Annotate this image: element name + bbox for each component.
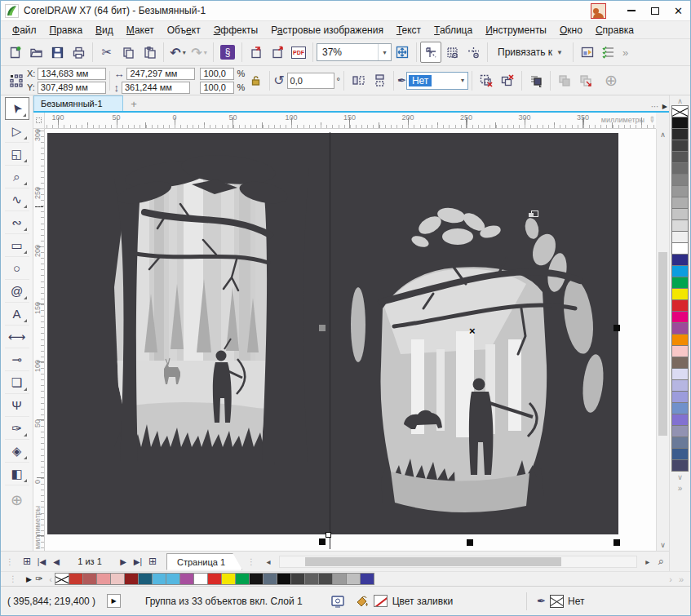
palette-color-swatch[interactable] (671, 334, 689, 346)
tab-scroll-icon[interactable]: ▶ (662, 103, 667, 110)
palette-color-swatch[interactable] (671, 311, 689, 323)
document-color-swatch[interactable] (304, 573, 319, 585)
settings-list-icon[interactable] (598, 42, 619, 63)
document-color-swatch[interactable] (82, 573, 97, 585)
smartfill-tool[interactable]: ◧ (5, 463, 29, 485)
document-tab[interactable]: Безымянный-1 (33, 95, 123, 111)
palette-color-swatch[interactable] (671, 459, 689, 472)
show-grid-icon[interactable] (441, 42, 463, 63)
document-color-swatch[interactable] (346, 573, 361, 585)
document-color-swatch[interactable] (360, 573, 374, 585)
mirror-horizontal-icon[interactable] (348, 70, 369, 91)
last-page-icon[interactable]: ▶| (131, 554, 145, 569)
ellipse-tool[interactable]: ○ (5, 257, 29, 280)
menu-item[interactable]: Справка (589, 23, 640, 38)
palette-color-swatch[interactable] (671, 128, 689, 140)
publish-pdf-icon[interactable]: PDF (288, 42, 309, 63)
connector-tool[interactable]: ⊸ (5, 348, 29, 371)
add-page-before-icon[interactable]: ⊞ (20, 554, 34, 569)
palette-color-swatch[interactable] (671, 277, 689, 289)
palette-color-swatch[interactable] (671, 299, 689, 312)
show-guidelines-icon[interactable] (463, 42, 484, 63)
horizontal-scrollbar[interactable] (279, 556, 637, 568)
document-color-swatch[interactable] (332, 573, 347, 585)
palette-color-swatch[interactable] (671, 322, 689, 335)
menu-item[interactable]: Вид (89, 23, 120, 38)
forest-artwork-left[interactable] (69, 139, 327, 522)
palette-color-swatch[interactable] (671, 174, 689, 186)
selection-handle-mid-left[interactable] (319, 325, 326, 331)
palette-color-swatch[interactable] (671, 357, 689, 369)
close-button[interactable]: ✕ (667, 1, 690, 20)
minimize-button[interactable] (619, 1, 643, 20)
docpal-scroll-right-icon[interactable]: › (669, 574, 672, 584)
document-color-swatch[interactable] (318, 573, 333, 585)
show-rulers-icon[interactable] (420, 42, 441, 63)
next-page-icon[interactable]: ▶ (116, 554, 131, 569)
hscroll-right-icon[interactable]: ▸ (640, 554, 655, 569)
document-color-swatch[interactable] (207, 573, 222, 585)
document-color-swatch[interactable] (249, 573, 264, 585)
menu-item[interactable]: Макет (120, 23, 161, 38)
palette-expand-icon[interactable]: » (678, 484, 683, 493)
first-page-icon[interactable]: |◀ (34, 554, 49, 569)
add-page-after-icon[interactable]: ⊞ (145, 554, 160, 569)
fit-page-icon[interactable] (392, 42, 413, 63)
ungroup-all-icon[interactable] (497, 70, 518, 91)
toolbar-overflow-icon[interactable]: » (622, 47, 628, 59)
palette-scroll-down-icon[interactable]: ∨ (677, 472, 683, 482)
vertical-guideline[interactable] (330, 132, 330, 549)
polygon-tool[interactable]: @ (5, 280, 29, 303)
palette-color-swatch[interactable] (671, 242, 689, 255)
palette-color-swatch[interactable] (671, 254, 689, 266)
document-color-swatch[interactable] (263, 573, 277, 585)
object-width-field[interactable]: 247,297 мм (126, 68, 195, 80)
pick-tool[interactable]: ➤ (5, 97, 29, 120)
selection-handle-mid-right[interactable] (613, 325, 620, 331)
maximize-button[interactable] (643, 1, 667, 20)
selection-handle-bottom-right[interactable] (613, 539, 620, 546)
text-tool[interactable]: А (5, 303, 29, 326)
palette-color-swatch[interactable] (671, 288, 689, 300)
palette-color-swatch[interactable] (671, 162, 689, 175)
selection-center-mark[interactable]: × (469, 327, 476, 335)
menu-item[interactable]: Таблица (427, 23, 479, 38)
eyedropper-tool[interactable]: ✑ (5, 417, 29, 440)
palette-color-swatch[interactable] (671, 151, 689, 163)
menu-item[interactable]: Инструменты (479, 23, 553, 38)
document-color-swatch[interactable] (152, 573, 166, 585)
horizontal-scroll-thumb[interactable] (305, 557, 561, 566)
drawing-canvas[interactable]: × (45, 129, 656, 551)
menu-item[interactable]: Текст (390, 23, 427, 38)
palette-color-swatch[interactable] (671, 140, 689, 152)
palette-color-swatch[interactable] (671, 379, 689, 392)
ungroup-icon[interactable] (476, 70, 497, 91)
new-document-icon[interactable] (4, 42, 25, 63)
vertical-ruler[interactable]: миллиметры 300250200150100500 (33, 129, 45, 551)
scale-y-field[interactable]: 100,0 (200, 82, 234, 94)
redo-icon[interactable]: ↷▾ (188, 42, 210, 63)
ruler-origin-button[interactable] (33, 113, 45, 129)
menu-item[interactable]: Эффекты (207, 23, 265, 38)
palette-color-swatch[interactable] (671, 437, 689, 449)
document-color-swatch[interactable] (124, 573, 139, 585)
navigator-icon[interactable]: ⌕ (658, 555, 664, 568)
object-height-field[interactable]: 361,244 мм (122, 82, 190, 94)
document-color-swatch[interactable] (179, 573, 194, 585)
dimension-tool[interactable]: ⟷ (5, 326, 29, 348)
freehand-tool[interactable]: ∿ (5, 188, 29, 211)
scroll-down-icon[interactable]: ∨ (657, 539, 669, 551)
palette-color-swatch[interactable] (671, 391, 689, 403)
zoom-level-combobox[interactable]: 37% ▾ (317, 43, 392, 61)
customize-plus-icon[interactable]: ⊕ (605, 71, 618, 90)
order-icon[interactable] (525, 70, 547, 91)
palette-color-swatch[interactable] (671, 265, 689, 277)
copy-icon[interactable] (117, 42, 139, 63)
menu-item[interactable]: Растровые изображения (264, 23, 390, 38)
account-avatar[interactable] (591, 3, 606, 19)
forest-artwork-right[interactable] (334, 202, 616, 529)
crop-tool[interactable]: ◱ (5, 143, 29, 166)
scroll-up-icon[interactable]: ∧ (657, 129, 669, 140)
shadow-tool[interactable]: ❏ (5, 371, 29, 394)
palette-color-swatch[interactable] (671, 208, 689, 220)
